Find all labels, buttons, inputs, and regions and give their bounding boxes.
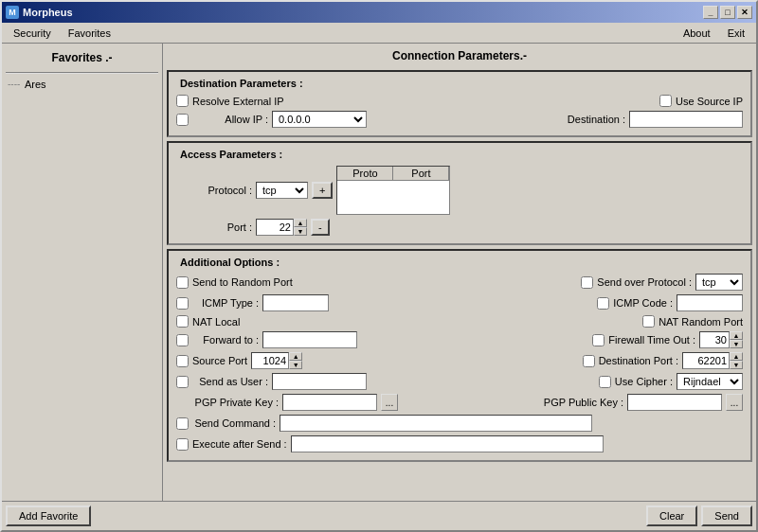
additional-row5: Source Port ▲ ▼ Destination Port : — [176, 352, 743, 369]
port-spin-down[interactable]: ▼ — [294, 227, 307, 236]
send-command-checkbox[interactable] — [176, 417, 189, 430]
send-command-input[interactable] — [280, 415, 592, 432]
pgp-private-key-input[interactable] — [282, 394, 377, 411]
icmp-type-checkbox[interactable] — [176, 297, 189, 310]
forward-to-label: Forward to : — [192, 334, 259, 346]
icmp-type-label: ICMP Type : — [192, 297, 259, 309]
use-source-ip-checkbox[interactable] — [659, 95, 672, 107]
add-protocol-button[interactable]: + — [312, 182, 333, 199]
send-as-user-label: Send as User : — [192, 376, 268, 387]
forward-to-checkbox[interactable] — [176, 334, 189, 346]
menu-security[interactable]: Security — [6, 26, 59, 41]
icmp-type-input[interactable] — [262, 294, 329, 311]
destination-port-btns: ▲ ▼ — [730, 352, 743, 369]
source-port-up[interactable]: ▲ — [289, 352, 302, 361]
execute-after-send-checkbox[interactable] — [176, 438, 189, 451]
destination-port-input[interactable] — [682, 352, 730, 369]
proto-col: Proto — [337, 167, 393, 180]
destination-port-down[interactable]: ▼ — [730, 361, 743, 369]
sidebar-item-ares[interactable]: Ares — [6, 77, 158, 92]
pgp-private-key-label: PGP Private Key : — [193, 397, 279, 408]
nat-local-label: NAT Local — [192, 316, 240, 328]
forward-to-input[interactable] — [262, 331, 357, 348]
firewall-timeout-up[interactable]: ▲ — [730, 331, 743, 340]
menubar-right: About Exit — [676, 26, 752, 41]
access-section: Access Parameters : Protocol : tcp udp i… — [167, 141, 752, 245]
destination-header: Destination Parameters : — [176, 76, 743, 91]
destination-input[interactable] — [629, 111, 743, 128]
additional-row2: ICMP Type : ICMP Code : — [176, 294, 743, 311]
clear-button[interactable]: Clear — [646, 505, 697, 526]
additional-row7: PGP Private Key : ... PGP Public Key : .… — [176, 394, 743, 411]
main-window: M Morpheus _ □ ✕ Security Favorites Abou… — [0, 0, 758, 532]
icmp-code-input[interactable] — [677, 294, 743, 311]
menubar-left: Security Favorites — [6, 26, 118, 41]
menu-about[interactable]: About — [676, 26, 718, 41]
menubar: Security Favorites About Exit — [2, 23, 756, 44]
allow-ip-checkbox[interactable] — [176, 114, 189, 126]
firewall-timeout-down[interactable]: ▼ — [730, 340, 743, 348]
source-port-checkbox[interactable] — [176, 355, 189, 367]
send-as-user-input[interactable] — [272, 373, 367, 390]
source-port-input[interactable] — [251, 352, 289, 369]
close-button[interactable]: ✕ — [737, 6, 752, 19]
send-over-protocol-select[interactable]: tcp udp — [695, 274, 743, 291]
add-favorite-button[interactable]: Add Favorite — [6, 505, 91, 526]
source-port-down[interactable]: ▼ — [289, 361, 302, 369]
sidebar-divider — [6, 72, 158, 73]
port-spinbox-buttons: ▲ ▼ — [294, 219, 307, 236]
resolve-external-ip-checkbox[interactable] — [176, 95, 189, 107]
firewall-timeout-checkbox[interactable] — [592, 334, 605, 346]
pgp-public-key-browse[interactable]: ... — [726, 394, 743, 411]
send-button[interactable]: Send — [701, 505, 752, 526]
send-as-user-checkbox[interactable] — [176, 376, 189, 388]
additional-row6: Send as User : Use Cipher : Rijndael AES… — [176, 373, 743, 390]
send-random-port-label: Send to Random Port — [192, 276, 293, 288]
maximize-button[interactable]: □ — [720, 6, 735, 19]
panel-title: Connection Parameters.- — [167, 47, 752, 64]
use-cipher-label: Use Cipher : — [615, 376, 673, 387]
send-command-label: Send Command : — [192, 417, 276, 429]
nat-random-port-label: NAT Random Port — [659, 316, 743, 328]
destination-port-up[interactable]: ▲ — [730, 352, 743, 361]
minimize-button[interactable]: _ — [703, 6, 718, 19]
protocol-select[interactable]: tcp udp icmp — [256, 182, 308, 199]
allow-ip-row: Allow IP : 0.0.0.0 Destination : — [176, 111, 743, 128]
additional-row8: Send Command : — [176, 415, 743, 432]
additional-row1: Send to Random Port Send over Protocol :… — [176, 274, 743, 291]
proto-port-header: Proto Port — [337, 167, 449, 181]
use-cipher-select[interactable]: Rijndael AES DES — [677, 373, 743, 390]
pgp-public-key-input[interactable] — [627, 394, 722, 411]
send-random-port-checkbox[interactable] — [176, 276, 189, 289]
nat-local-checkbox[interactable] — [176, 315, 189, 328]
allow-ip-select[interactable]: 0.0.0.0 — [272, 111, 367, 128]
pgp-public-key-label: PGP Public Key : — [544, 397, 623, 408]
proto-port-list[interactable]: Proto Port — [336, 166, 450, 215]
sidebar: Favorites .- Ares — [2, 44, 163, 501]
execute-after-send-input[interactable] — [291, 435, 604, 452]
firewall-timeout-input[interactable] — [699, 331, 730, 348]
send-over-protocol-label: Send over Protocol : — [597, 276, 692, 288]
send-over-protocol-checkbox[interactable] — [581, 276, 593, 289]
menu-exit[interactable]: Exit — [720, 26, 752, 41]
bottom-bar: Add Favorite Clear Send — [2, 501, 756, 530]
port-input[interactable] — [256, 219, 294, 236]
use-cipher-checkbox[interactable] — [599, 376, 611, 388]
port-spin-up[interactable]: ▲ — [294, 219, 307, 227]
destination-port-checkbox[interactable] — [583, 355, 595, 367]
port-col: Port — [393, 167, 449, 180]
source-port-label: Source Port — [192, 355, 247, 366]
pgp-private-key-browse[interactable]: ... — [381, 394, 398, 411]
additional-row4: Forward to : Firewall Time Out : ▲ ▼ — [176, 331, 743, 348]
destination-port-spinbox: ▲ ▼ — [682, 352, 743, 369]
icmp-code-checkbox[interactable] — [597, 297, 609, 310]
remove-protocol-button[interactable]: - — [311, 219, 330, 236]
allow-ip-label: Allow IP : — [192, 114, 268, 125]
sidebar-title: Favorites .- — [6, 47, 158, 68]
nat-random-port-checkbox[interactable] — [642, 315, 655, 328]
menu-favorites[interactable]: Favorites — [61, 26, 118, 41]
window-title: Morpheus — [23, 7, 73, 18]
main-content: Favorites .- Ares Connection Parameters.… — [2, 44, 756, 501]
destination-port-label: Destination Port : — [599, 355, 678, 366]
firewall-timeout-label: Firewall Time Out : — [608, 334, 695, 346]
